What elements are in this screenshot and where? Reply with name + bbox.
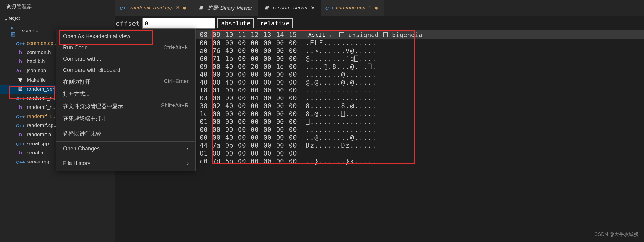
tab[interactable]: C++randomif_read.cpp3● <box>115 0 192 16</box>
col-header: 09 <box>212 31 221 39</box>
file-label: server.cpp <box>27 159 50 165</box>
ascii-text: ................ <box>297 126 377 133</box>
chevron-right-icon: › <box>187 160 189 166</box>
col-header: 15 <box>289 31 297 39</box>
tab-badge: 1 <box>368 5 371 11</box>
file-label: httplib.h <box>27 59 45 65</box>
menu-item[interactable]: Open Changes› <box>56 143 195 154</box>
offset-input[interactable] <box>142 18 215 29</box>
file-label: common.h <box>27 49 51 55</box>
ascii-text: @.@.....@.@..... <box>297 79 377 86</box>
unsigned-label: unsigned <box>348 31 379 39</box>
encoding-select[interactable]: AscII <box>306 31 335 39</box>
file-label: serial.cpp <box>27 141 49 147</box>
ascii-text: .ELF............ <box>297 39 377 47</box>
menu-item[interactable]: 选择以进行比较 <box>56 128 195 140</box>
tab[interactable]: 🗎random_server✕ <box>258 0 321 16</box>
menu-label: Run Code <box>63 45 88 51</box>
ascii-text: ..>......v@..... <box>297 47 377 55</box>
col-header: 10 <box>225 31 233 39</box>
file-label: randomif.cp... <box>27 123 58 129</box>
shortcut: Ctrl+Enter <box>164 78 189 86</box>
menu-item[interactable]: 在集成终端中打开 <box>56 112 195 124</box>
shortcut: Ctrl+Alt+N <box>163 45 189 51</box>
chevron-right-icon: › <box>187 146 189 152</box>
menu-item[interactable]: Open As Hexadecimal View <box>56 31 195 42</box>
relative-button[interactable]: relative <box>257 18 293 28</box>
file-label: json.hpp <box>27 68 46 74</box>
file-label: random_ser... <box>27 86 58 92</box>
ascii-text: @........`q⎕.... <box>297 55 377 62</box>
ascii-text: 8.......8.@..... <box>297 103 377 110</box>
root-label: NQC <box>8 16 20 22</box>
ascii-text: ....@.8...@. .⎕. <box>297 63 377 70</box>
menu-label: Compare with clipboard <box>63 67 120 73</box>
tree-root[interactable]: ⌄ NQC <box>0 14 115 23</box>
file-label: randomif_n... <box>27 104 57 110</box>
dirty-icon: ● <box>182 4 186 12</box>
ascii-text: 8.@.....⎕....... <box>297 110 377 118</box>
file-label: Makefile <box>27 77 46 83</box>
ascii-text <box>297 150 306 157</box>
menu-label: 在文件资源管理器中显示 <box>63 103 123 110</box>
menu-label: 在集成终端中打开 <box>63 115 107 122</box>
menu-item[interactable]: 打开方式... <box>56 88 195 100</box>
tab[interactable]: 🗎扩展: Binary Viewer <box>192 0 258 16</box>
shortcut: Shift+Alt+R <box>161 103 189 110</box>
menu-label: Open As Hexadecimal View <box>63 33 130 40</box>
ascii-text: Dz......Dz...... <box>297 142 377 149</box>
col-header: 08 <box>200 31 208 39</box>
file-label: randomif.h <box>27 132 51 138</box>
tab-badge: 3 <box>176 5 179 11</box>
file-label: randomif_n... <box>27 95 57 101</box>
ascii-text: ⎕............... <box>297 118 377 126</box>
offset-label: offset <box>116 20 140 27</box>
file-label: common.cp... <box>27 40 58 46</box>
tab-label: randomif_read.cpp <box>130 5 173 11</box>
menu-item[interactable]: Compare with clipboard <box>56 65 195 76</box>
menu-item[interactable]: File History› <box>56 158 195 169</box>
context-menu: Open As Hexadecimal ViewRun CodeCtrl+Alt… <box>56 29 196 171</box>
watermark: CSDN @大牛攻城狮 <box>594 231 639 238</box>
unsigned-checkbox[interactable] <box>339 32 344 37</box>
menu-label: Open Changes <box>63 146 100 152</box>
tab-bar: C++randomif_read.cpp3●🗎扩展: Binary Viewer… <box>115 0 644 16</box>
ascii-text: ................ <box>297 87 377 94</box>
col-header: 12 <box>250 31 259 39</box>
dirty-icon: ● <box>374 4 378 12</box>
file-label: randomif_r... <box>27 113 55 119</box>
col-header: 11 <box>238 31 246 39</box>
menu-item[interactable]: 在文件资源管理器中显示Shift+Alt+R <box>56 100 195 112</box>
menu-item[interactable]: 在侧边打开Ctrl+Enter <box>56 76 195 88</box>
bigendian-checkbox[interactable] <box>383 32 388 37</box>
explorer-title: 资源管理器 <box>6 3 32 10</box>
ascii-text: ..}......}k..... <box>297 158 377 165</box>
file-label: .vscode <box>21 28 39 34</box>
file-label: serial.h <box>27 150 43 156</box>
tab-label: 扩展: Binary Viewer <box>207 5 252 12</box>
tab[interactable]: C++common.cpp1● <box>321 0 384 16</box>
menu-item[interactable]: Compare with... <box>56 53 195 65</box>
absolute-button[interactable]: absolute <box>217 18 254 28</box>
chevron-down-icon: ⌄ <box>4 15 8 22</box>
ascii-text: ................ <box>297 95 377 102</box>
ascii-text: ..@.......@..... <box>297 134 377 141</box>
menu-item[interactable]: Run CodeCtrl+Alt+N <box>56 42 195 53</box>
menu-label: 选择以进行比较 <box>63 130 101 137</box>
tab-label: common.cpp <box>336 5 365 11</box>
menu-label: Compare with... <box>63 56 101 62</box>
tab-label: random_server <box>273 5 308 11</box>
col-header: 13 <box>263 31 272 39</box>
menu-label: 打开方式... <box>63 90 89 98</box>
col-header: 14 <box>276 31 284 39</box>
menu-label: 在侧边打开 <box>63 78 90 86</box>
more-icon[interactable]: ⋯ <box>104 3 109 10</box>
ascii-text: ........@....... <box>297 71 377 78</box>
menu-label: File History <box>63 160 90 166</box>
close-icon[interactable]: ✕ <box>311 5 315 11</box>
bigendian-label: bigendia <box>392 31 422 39</box>
